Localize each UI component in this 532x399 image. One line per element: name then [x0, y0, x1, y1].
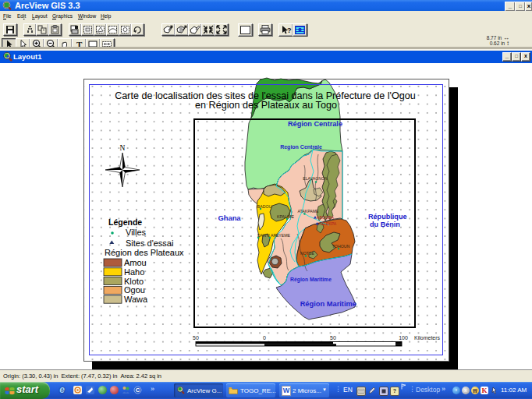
svg-text:?: ? [287, 26, 292, 34]
svg-text:T: T [76, 40, 83, 49]
svg-text:C: C [136, 387, 140, 394]
